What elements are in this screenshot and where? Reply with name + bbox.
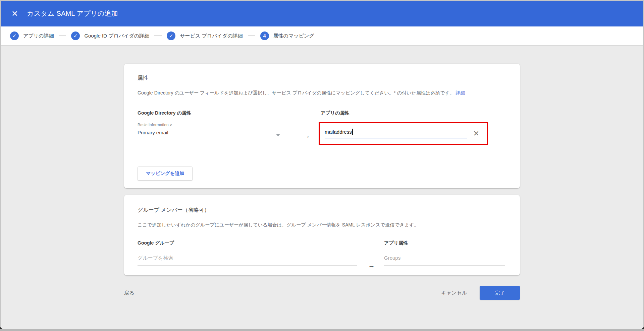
step-service-provider-details[interactable]: ✓ サービス プロバイダの詳細: [167, 31, 243, 40]
back-button[interactable]: 戻る: [124, 290, 134, 296]
dropdown-category-label: Basic Information >: [138, 123, 283, 127]
step-attribute-mapping[interactable]: 4 属性のマッピング: [260, 31, 314, 40]
dialog-header: ✕ カスタム SAML アプリの追加: [1, 1, 643, 26]
group-mapping-arrow-icon: →: [367, 253, 376, 269]
close-icon[interactable]: ✕: [11, 10, 21, 18]
groups-attribute-field-wrap: [384, 253, 505, 266]
group-membership-card: グループ メンバー（省略可） ここで追加したいずれかのグループにユーザーが属して…: [124, 195, 520, 275]
step-complete-icon: ✓: [71, 31, 80, 40]
attributes-card-title: 属性: [138, 75, 506, 82]
dialog-title: カスタム SAML アプリの追加: [27, 9, 118, 18]
step-number-icon: 4: [260, 31, 269, 40]
group-card-description: ここで追加したいずれかのグループにユーザーが属している場合は、グループ メンバー…: [138, 222, 506, 228]
step-label: Google ID プロバイダの詳細: [84, 33, 149, 39]
done-button[interactable]: 完了: [480, 286, 520, 300]
step-label: サービス プロバイダの詳細: [180, 33, 243, 39]
footer-right-group: キャンセル 完了: [441, 286, 520, 300]
attributes-description-text: Google Directory のユーザー フィールドを追加および選択し、サー…: [138, 90, 454, 95]
dialog-window: ✕ カスタム SAML アプリの追加 ✓ アプリの詳細 ✓ Google ID …: [0, 0, 644, 329]
step-google-idp-details[interactable]: ✓ Google ID プロバイダの詳細: [71, 31, 149, 40]
app-attribute-header: アプリの属性: [319, 110, 488, 116]
group-mapping-grid: Google グループ アプリ属性 →: [138, 240, 506, 269]
annotation-highlight-box: mailaddress ✕: [319, 122, 488, 145]
group-search-field-wrap: [138, 253, 357, 266]
google-groups-header: Google グループ: [138, 240, 357, 246]
step-complete-icon: ✓: [10, 31, 19, 40]
step-separator: [59, 36, 66, 36]
app-attribute-input-value: mailaddress: [325, 129, 352, 135]
details-link[interactable]: 詳細: [456, 90, 465, 95]
step-app-details[interactable]: ✓ アプリの詳細: [10, 31, 54, 40]
app-attribute-column-header: アプリ属性: [384, 240, 505, 246]
page-content: 属性 Google Directory のユーザー フィールドを追加および選択し…: [1, 45, 643, 300]
dropdown-arrow-icon: [276, 134, 280, 136]
add-mapping-button[interactable]: マッピングを追加: [138, 167, 193, 181]
mapping-arrow-icon: →: [303, 122, 311, 140]
attribute-mapping-grid: Google Directory の属性 アプリの属性 Basic Inform…: [138, 110, 506, 145]
step-label: 属性のマッピング: [273, 33, 314, 39]
window-bottom-strip: [0, 329, 644, 331]
dropdown-selected-value: Primary email: [138, 130, 283, 140]
google-directory-attribute-header: Google Directory の属性: [138, 110, 283, 116]
groups-attribute-input[interactable]: [384, 253, 505, 266]
step-separator: [154, 36, 162, 36]
attributes-card: 属性 Google Directory のユーザー フィールドを追加および選択し…: [124, 64, 520, 188]
step-separator: [248, 36, 255, 36]
footer-actions: 戻る キャンセル 完了: [124, 286, 520, 300]
group-card-title: グループ メンバー（省略可）: [138, 207, 506, 214]
clear-icon[interactable]: ✕: [473, 130, 479, 137]
stepper: ✓ アプリの詳細 ✓ Google ID プロバイダの詳細 ✓ サービス プロバ…: [1, 26, 643, 45]
attributes-card-description: Google Directory のユーザー フィールドを追加および選択し、サー…: [138, 90, 506, 96]
cancel-button[interactable]: キャンセル: [441, 290, 467, 296]
group-search-input[interactable]: [138, 253, 357, 266]
text-cursor: [352, 129, 353, 135]
directory-field-dropdown[interactable]: Basic Information > Primary email: [138, 122, 283, 140]
app-attribute-input[interactable]: mailaddress: [325, 129, 467, 138]
step-complete-icon: ✓: [167, 31, 175, 40]
step-label: アプリの詳細: [23, 33, 54, 39]
